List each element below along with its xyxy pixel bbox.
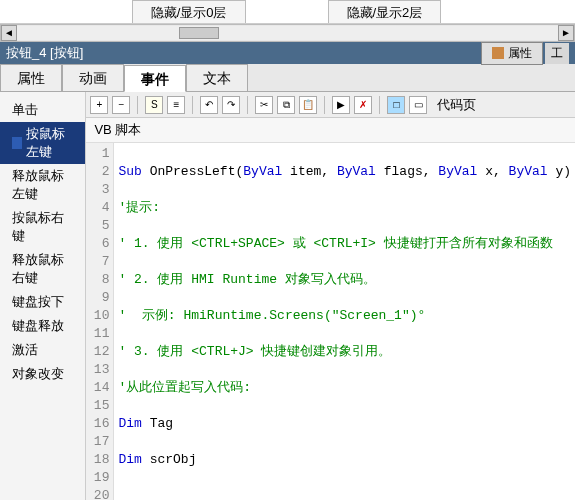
content-area: 单击 按鼠标左键 释放鼠标左键 按鼠标右键 释放鼠标右键 键盘按下 键盘释放 激… (0, 92, 575, 500)
main-tabs: 属性 动画 事件 文本 (0, 64, 575, 92)
object-title-bar: 按钮_4 [按钮] 属性 工 (0, 42, 575, 64)
layer-tab-0[interactable]: 隐藏/显示0层 (132, 0, 246, 23)
scroll-track[interactable] (17, 26, 558, 40)
tool-pointer-icon[interactable]: ▶ (332, 96, 350, 114)
properties-tab-label: 属性 (508, 45, 532, 62)
horizontal-scrollbar[interactable]: ◄ ► (0, 24, 575, 42)
event-activate[interactable]: 激活 (0, 338, 85, 362)
tool-add-icon[interactable]: + (90, 96, 108, 114)
tool-undo-icon[interactable]: ↶ (200, 96, 218, 114)
scroll-right-icon[interactable]: ► (558, 25, 574, 41)
tool-cut-icon[interactable]: ✂ (255, 96, 273, 114)
tool-copy-icon[interactable]: ⧉ (277, 96, 295, 114)
layer-tabs: 隐藏/显示0层 隐藏/显示2层 (0, 0, 575, 24)
scroll-left-icon[interactable]: ◄ (1, 25, 17, 41)
code-area[interactable]: 12345678910111213141516171819202122 Sub … (86, 143, 575, 500)
event-press-right[interactable]: 按鼠标右键 (0, 206, 85, 248)
tools-tab[interactable]: 工 (545, 43, 569, 64)
layer-tab-2[interactable]: 隐藏/显示2层 (328, 0, 442, 23)
tool-check-icon[interactable]: ✗ (354, 96, 372, 114)
scroll-thumb[interactable] (179, 27, 219, 39)
tool-script-icon[interactable]: S (145, 96, 163, 114)
event-press-left-label: 按鼠标左键 (26, 125, 73, 161)
code-page-label: 代码页 (437, 96, 476, 114)
event-object-change[interactable]: 对象改变 (0, 362, 85, 386)
tool-paste-icon[interactable]: 📋 (299, 96, 317, 114)
code-text[interactable]: Sub OnPressLeft(ByVal item, ByVal flags,… (114, 143, 575, 500)
tool-panel-icon[interactable]: ▭ (409, 96, 427, 114)
line-gutter: 12345678910111213141516171819202122 (86, 143, 114, 500)
event-release-left[interactable]: 释放鼠标左键 (0, 164, 85, 206)
event-key-up[interactable]: 键盘释放 (0, 314, 85, 338)
object-title: 按钮_4 [按钮] (6, 44, 481, 62)
tool-form-icon[interactable]: □ (387, 96, 405, 114)
script-icon (12, 137, 22, 149)
tab-animation[interactable]: 动画 (62, 64, 124, 91)
tab-events[interactable]: 事件 (124, 65, 186, 92)
event-click[interactable]: 单击 (0, 98, 85, 122)
script-editor: + − S ≡ ↶ ↷ ✂ ⧉ 📋 ▶ ✗ □ ▭ 代码页 VB 脚本 1234… (86, 92, 575, 500)
tab-text[interactable]: 文本 (186, 64, 248, 91)
properties-tab[interactable]: 属性 (481, 42, 543, 65)
event-press-left[interactable]: 按鼠标左键 (0, 122, 85, 164)
event-list: 单击 按鼠标左键 释放鼠标左键 按鼠标右键 释放鼠标右键 键盘按下 键盘释放 激… (0, 92, 86, 500)
event-release-right[interactable]: 释放鼠标右键 (0, 248, 85, 290)
tool-delete-icon[interactable]: − (112, 96, 130, 114)
tool-redo-icon[interactable]: ↷ (222, 96, 240, 114)
editor-toolbar: + − S ≡ ↶ ↷ ✂ ⧉ 📋 ▶ ✗ □ ▭ 代码页 (86, 92, 575, 118)
tab-properties[interactable]: 属性 (0, 64, 62, 91)
event-key-down[interactable]: 键盘按下 (0, 290, 85, 314)
tool-list-icon[interactable]: ≡ (167, 96, 185, 114)
vb-script-label: VB 脚本 (86, 118, 575, 143)
properties-icon (492, 47, 504, 59)
